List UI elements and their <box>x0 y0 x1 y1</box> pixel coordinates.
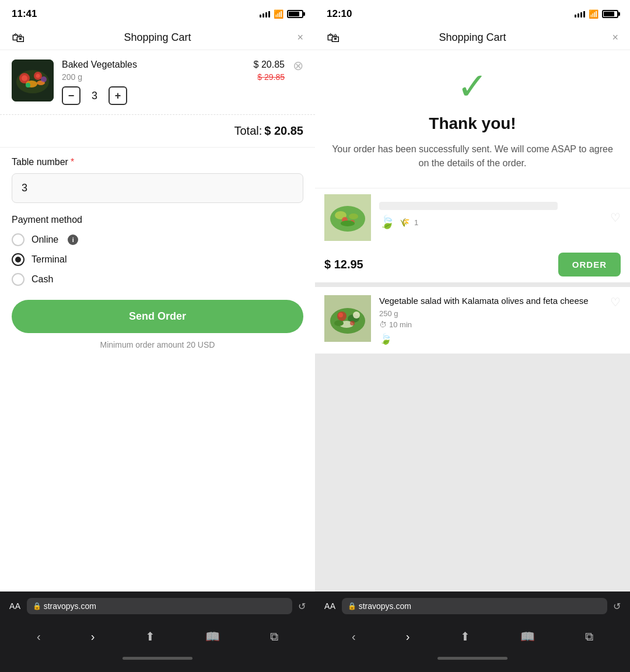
signal-icon-right <box>575 11 585 18</box>
browser-url-left[interactable]: 🔒 stravopys.com <box>27 598 292 614</box>
browser-url-right[interactable]: 🔒 stravopys.com <box>342 598 607 614</box>
close-button-right[interactable]: × <box>612 32 618 44</box>
tabs-button-right[interactable]: ⧉ <box>585 630 593 643</box>
payment-option-online[interactable]: Online i <box>12 233 303 246</box>
browser-bar-right: AA 🔒 stravopys.com ↺ <box>315 592 630 621</box>
reload-button-left[interactable]: ↺ <box>298 601 306 612</box>
table-number-input[interactable] <box>12 173 303 203</box>
forward-button-right[interactable]: › <box>406 630 410 643</box>
status-time-left: 11:41 <box>12 8 37 20</box>
menu-background: 🍃 🌾 1 ♡ $ 12.95 ORDER <box>315 188 630 592</box>
home-indicator-left <box>0 652 315 672</box>
decrease-qty-button[interactable]: − <box>62 86 80 105</box>
heart-icon-salad[interactable]: ♡ <box>610 295 621 309</box>
svg-point-11 <box>330 206 365 232</box>
cart-item-weight: 200 g <box>62 72 246 82</box>
success-title: Thank you! <box>329 114 616 133</box>
bookmark-button-left[interactable]: 📖 <box>205 629 220 643</box>
cart-header-right: 🛍 Shopping Cart × <box>315 26 630 50</box>
leaf-icon-1: 🍃 <box>379 215 395 230</box>
payment-label-terminal: Terminal <box>32 254 66 265</box>
cart-content-left: Baked Vegetables 200 g − 3 + $ 20.85 $ 2… <box>0 50 315 592</box>
menu-item-salad: Vegetable salad with Kalamata olives and… <box>315 287 630 354</box>
increase-qty-button[interactable]: + <box>108 86 127 105</box>
svg-point-13 <box>349 214 358 219</box>
wifi-icon-left: 📶 <box>274 9 284 19</box>
radio-online[interactable] <box>12 233 24 246</box>
menu-item-partial: 🍃 🌾 1 ♡ $ 12.95 ORDER <box>315 188 630 282</box>
browser-aa-left[interactable]: AA <box>9 601 21 611</box>
required-star: * <box>71 157 74 167</box>
svg-point-20 <box>338 313 343 317</box>
leaf-icon-2: 🍃 <box>379 332 392 345</box>
signal-icon-left <box>260 11 270 18</box>
home-indicator-right <box>315 652 630 672</box>
close-button-left[interactable]: × <box>297 32 303 44</box>
cart-item-price-old: $ 29.85 <box>257 72 285 82</box>
heart-icon-partial[interactable]: ♡ <box>610 211 621 225</box>
salad-item-name: Vegetable salad with Kalamata olives and… <box>379 295 589 307</box>
total-amount: $ 20.85 <box>264 124 303 138</box>
cart-item-quantity: − 3 + <box>62 86 246 105</box>
status-icons-right: 📶 <box>575 9 618 19</box>
radio-cash[interactable] <box>12 273 24 286</box>
share-button-left[interactable]: ⬆ <box>145 629 155 643</box>
radio-dot-terminal <box>15 257 21 262</box>
remove-item-button[interactable]: ⊗ <box>293 60 303 72</box>
status-time-right: 12:10 <box>327 8 352 20</box>
back-button-left[interactable]: ‹ <box>37 630 41 643</box>
lock-icon-right: 🔒 <box>348 602 356 610</box>
info-icon-online[interactable]: i <box>68 235 78 245</box>
cart-item-image <box>12 60 54 102</box>
svg-point-25 <box>334 320 344 326</box>
payment-options: Online i Terminal Cash <box>12 233 303 286</box>
left-phone-panel: 11:41 📶 🛍 Shopping Cart × <box>0 0 315 672</box>
browser-nav-left: ‹ › ⬆ 📖 ⧉ <box>0 621 315 652</box>
svg-point-18 <box>330 308 365 334</box>
bag-icon-right: 🛍 <box>327 30 340 46</box>
payment-option-terminal[interactable]: Terminal <box>12 253 303 266</box>
reload-button-right[interactable]: ↺ <box>613 601 621 612</box>
home-bar-left <box>123 657 192 660</box>
radio-terminal[interactable] <box>12 253 24 266</box>
cart-form: Table number * Payment method Online i T… <box>0 148 315 366</box>
payment-method-label: Payment method <box>12 215 303 225</box>
svg-point-5 <box>36 74 40 78</box>
url-text-left: stravopys.com <box>44 601 96 611</box>
status-icons-left: 📶 <box>260 9 303 19</box>
cart-item-price-current: $ 20.85 <box>254 60 285 70</box>
send-order-button[interactable]: Send Order <box>12 300 303 333</box>
success-check-icon: ✓ <box>329 68 616 105</box>
salad-item-icons: 🍃 <box>379 332 621 345</box>
tabs-button-left[interactable]: ⧉ <box>270 630 278 643</box>
table-number-label: Table number * <box>12 157 303 167</box>
payment-label-cash: Cash <box>32 274 53 285</box>
bag-icon-left: 🛍 <box>12 30 24 46</box>
bookmark-button-right[interactable]: 📖 <box>520 629 535 643</box>
payment-option-cash[interactable]: Cash <box>12 273 303 286</box>
back-button-right[interactable]: ‹ <box>352 630 356 643</box>
lock-icon-left: 🔒 <box>33 602 41 610</box>
cart-total: Total: $ 20.85 <box>0 115 315 148</box>
food-svg <box>12 60 54 102</box>
forward-button-left[interactable]: › <box>91 630 95 643</box>
share-button-right[interactable]: ⬆ <box>460 629 470 643</box>
menu-bottom-partial: $ 12.95 ORDER <box>315 247 630 282</box>
cart-title-left: Shopping Cart <box>124 32 191 44</box>
success-modal: ✓ Thank you! Your order has been success… <box>315 50 630 188</box>
battery-icon-right <box>602 10 618 18</box>
cart-item-prices: $ 20.85 $ 29.85 <box>254 60 285 82</box>
salad2-svg <box>324 295 371 342</box>
menu-price-partial: $ 12.95 <box>324 258 363 271</box>
svg-point-16 <box>341 220 355 226</box>
right-phone-panel: 12:10 📶 🛍 Shopping Cart × ✓ Thank you! Y… <box>315 0 630 672</box>
min-order-note: Minimum order amount 20 USD <box>12 340 303 349</box>
browser-aa-right[interactable]: AA <box>324 601 336 611</box>
total-label: Total: <box>234 124 262 138</box>
url-text-right: stravopys.com <box>359 601 411 611</box>
grain-icon: 🌾 <box>400 218 410 227</box>
menu-item-img-salad <box>324 295 371 342</box>
browser-nav-right: ‹ › ⬆ 📖 ⧉ <box>315 621 630 652</box>
svg-point-9 <box>41 76 47 82</box>
order-button-partial[interactable]: ORDER <box>558 253 621 276</box>
